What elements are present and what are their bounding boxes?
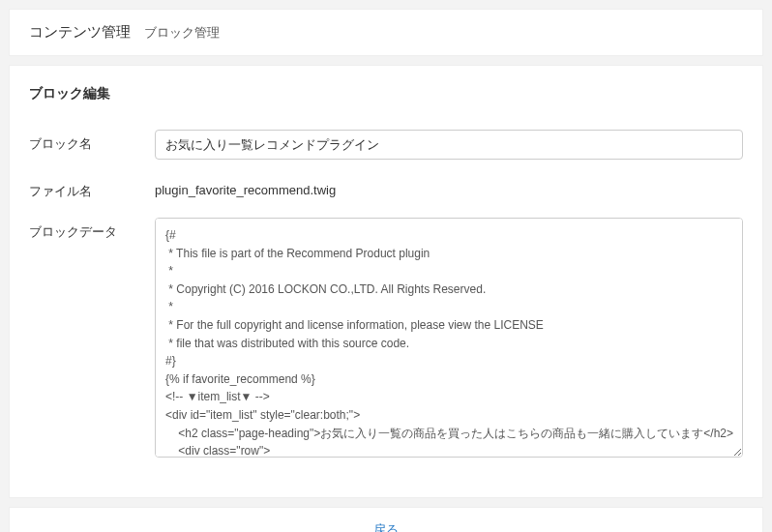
page-title-sub: ブロック管理 — [144, 24, 220, 42]
row-block-name: ブロック名 — [29, 130, 743, 160]
label-block-data: ブロックデータ — [29, 218, 155, 241]
page-header: コンテンツ管理 ブロック管理 — [9, 9, 763, 56]
panel-title: ブロック編集 — [29, 85, 743, 103]
block-data-textarea[interactable] — [155, 218, 743, 458]
file-name-value: plugin_favorite_recommend.twig — [155, 177, 743, 197]
label-file-name: ファイル名 — [29, 177, 155, 200]
back-button[interactable]: 戻る — [373, 521, 399, 532]
edit-panel: ブロック編集 ブロック名 ファイル名 plugin_favorite_recom… — [9, 65, 763, 498]
footer: 戻る — [9, 507, 763, 532]
row-block-data: ブロックデータ — [29, 218, 743, 460]
block-name-input[interactable] — [155, 130, 743, 160]
row-file-name: ファイル名 plugin_favorite_recommend.twig — [29, 177, 743, 200]
label-block-name: ブロック名 — [29, 130, 155, 153]
page-title-main: コンテンツ管理 — [29, 23, 131, 42]
